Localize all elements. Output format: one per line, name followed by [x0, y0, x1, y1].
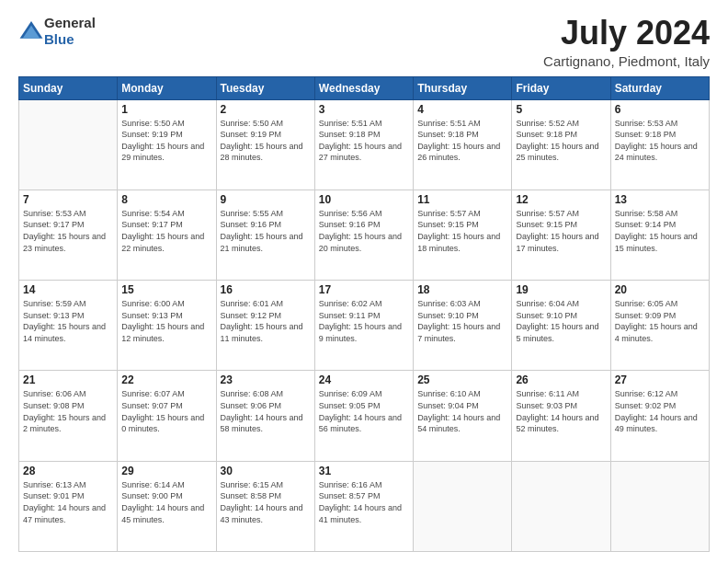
- day-number: 13: [615, 193, 705, 206]
- day-info: Sunrise: 5:59 AMSunset: 9:13 PMDaylight:…: [23, 298, 113, 344]
- calendar-cell: 7Sunrise: 5:53 AMSunset: 9:17 PMDaylight…: [19, 190, 118, 280]
- calendar-cell: 12Sunrise: 5:57 AMSunset: 9:15 PMDayligh…: [512, 190, 610, 280]
- day-info: Sunrise: 6:08 AMSunset: 9:06 PMDaylight:…: [221, 388, 311, 434]
- calendar-cell: 4Sunrise: 5:51 AMSunset: 9:18 PMDaylight…: [414, 99, 512, 190]
- day-info: Sunrise: 5:53 AMSunset: 9:17 PMDaylight:…: [23, 208, 113, 254]
- calendar-cell: 29Sunrise: 6:14 AMSunset: 9:00 PMDayligh…: [118, 461, 216, 551]
- day-number: 25: [417, 373, 507, 386]
- calendar-cell: 27Sunrise: 6:12 AMSunset: 9:02 PMDayligh…: [610, 371, 709, 461]
- day-number: 30: [221, 465, 311, 477]
- calendar-cell: 23Sunrise: 6:08 AMSunset: 9:06 PMDayligh…: [216, 371, 314, 461]
- page: General Blue July 2024 Cartignano, Piedm…: [0, 0, 728, 563]
- calendar-cell: [414, 461, 512, 551]
- day-number: 31: [319, 465, 409, 477]
- day-number: 1: [121, 103, 211, 116]
- calendar-cell: 24Sunrise: 6:09 AMSunset: 9:05 PMDayligh…: [314, 371, 413, 461]
- day-info: Sunrise: 6:04 AMSunset: 9:10 PMDaylight:…: [516, 298, 606, 344]
- calendar-cell: 30Sunrise: 6:15 AMSunset: 8:58 PMDayligh…: [216, 461, 314, 551]
- day-info: Sunrise: 5:56 AMSunset: 9:16 PMDaylight:…: [319, 208, 409, 254]
- day-number: 7: [23, 193, 113, 206]
- day-info: Sunrise: 6:06 AMSunset: 9:08 PMDaylight:…: [23, 388, 113, 434]
- day-info: Sunrise: 6:11 AMSunset: 9:03 PMDaylight:…: [516, 388, 606, 434]
- day-number: 28: [23, 465, 113, 477]
- calendar-cell: 2Sunrise: 5:50 AMSunset: 9:19 PMDaylight…: [216, 99, 314, 190]
- weekday-header-wednesday: Wednesday: [314, 76, 413, 99]
- calendar-cell: 21Sunrise: 6:06 AMSunset: 9:08 PMDayligh…: [19, 371, 118, 461]
- day-number: 11: [417, 193, 507, 206]
- calendar-cell: 20Sunrise: 6:05 AMSunset: 9:09 PMDayligh…: [610, 281, 709, 371]
- calendar-cell: 15Sunrise: 6:00 AMSunset: 9:13 PMDayligh…: [118, 281, 216, 371]
- location-title: Cartignano, Piedmont, Italy: [543, 53, 710, 69]
- calendar-week-4: 21Sunrise: 6:06 AMSunset: 9:08 PMDayligh…: [19, 371, 710, 461]
- weekday-header-sunday: Sunday: [19, 76, 118, 99]
- day-info: Sunrise: 5:54 AMSunset: 9:17 PMDaylight:…: [121, 208, 211, 254]
- calendar-cell: 16Sunrise: 6:01 AMSunset: 9:12 PMDayligh…: [216, 281, 314, 371]
- day-info: Sunrise: 5:50 AMSunset: 9:19 PMDaylight:…: [121, 118, 211, 164]
- day-info: Sunrise: 5:51 AMSunset: 9:18 PMDaylight:…: [417, 118, 507, 164]
- calendar-cell: 9Sunrise: 5:55 AMSunset: 9:16 PMDaylight…: [216, 190, 314, 280]
- day-number: 27: [615, 373, 705, 386]
- logo-blue: Blue: [44, 31, 74, 47]
- day-info: Sunrise: 6:03 AMSunset: 9:10 PMDaylight:…: [417, 298, 507, 344]
- day-number: 10: [319, 193, 409, 206]
- calendar-cell: 6Sunrise: 5:53 AMSunset: 9:18 PMDaylight…: [610, 99, 709, 190]
- calendar-cell: 19Sunrise: 6:04 AMSunset: 9:10 PMDayligh…: [512, 281, 610, 371]
- logo: General Blue: [18, 15, 96, 48]
- day-info: Sunrise: 5:55 AMSunset: 9:16 PMDaylight:…: [221, 208, 311, 254]
- calendar-week-2: 7Sunrise: 5:53 AMSunset: 9:17 PMDaylight…: [19, 190, 710, 280]
- calendar-week-1: 1Sunrise: 5:50 AMSunset: 9:19 PMDaylight…: [19, 99, 710, 190]
- weekday-header-saturday: Saturday: [610, 76, 709, 99]
- day-info: Sunrise: 6:01 AMSunset: 9:12 PMDaylight:…: [221, 298, 311, 344]
- day-number: 24: [319, 373, 409, 386]
- day-number: 15: [121, 283, 211, 296]
- calendar-cell: 25Sunrise: 6:10 AMSunset: 9:04 PMDayligh…: [414, 371, 512, 461]
- day-number: 17: [319, 283, 409, 296]
- day-number: 9: [221, 193, 311, 206]
- day-number: 2: [221, 103, 311, 116]
- day-number: 22: [121, 373, 211, 386]
- calendar-table: SundayMondayTuesdayWednesdayThursdayFrid…: [18, 76, 710, 552]
- day-info: Sunrise: 6:09 AMSunset: 9:05 PMDaylight:…: [319, 388, 409, 434]
- calendar-week-3: 14Sunrise: 5:59 AMSunset: 9:13 PMDayligh…: [19, 281, 710, 371]
- day-info: Sunrise: 6:10 AMSunset: 9:04 PMDaylight:…: [417, 388, 507, 434]
- day-info: Sunrise: 5:51 AMSunset: 9:18 PMDaylight:…: [319, 118, 409, 164]
- day-number: 16: [221, 283, 311, 296]
- day-info: Sunrise: 6:15 AMSunset: 8:58 PMDaylight:…: [221, 479, 311, 525]
- day-info: Sunrise: 6:05 AMSunset: 9:09 PMDaylight:…: [615, 298, 705, 344]
- day-number: 19: [516, 283, 606, 296]
- logo-general: General: [44, 15, 96, 30]
- day-info: Sunrise: 6:14 AMSunset: 9:00 PMDaylight:…: [121, 479, 211, 525]
- day-info: Sunrise: 6:07 AMSunset: 9:07 PMDaylight:…: [121, 388, 211, 434]
- day-info: Sunrise: 5:50 AMSunset: 9:19 PMDaylight:…: [221, 118, 311, 164]
- day-number: 5: [516, 103, 606, 116]
- day-number: 23: [221, 373, 311, 386]
- calendar-cell: 17Sunrise: 6:02 AMSunset: 9:11 PMDayligh…: [314, 281, 413, 371]
- day-number: 18: [417, 283, 507, 296]
- calendar-cell: 26Sunrise: 6:11 AMSunset: 9:03 PMDayligh…: [512, 371, 610, 461]
- calendar-cell: [19, 99, 118, 190]
- day-info: Sunrise: 5:53 AMSunset: 9:18 PMDaylight:…: [615, 118, 705, 164]
- day-info: Sunrise: 5:52 AMSunset: 9:18 PMDaylight:…: [516, 118, 606, 164]
- day-info: Sunrise: 6:02 AMSunset: 9:11 PMDaylight:…: [319, 298, 409, 344]
- day-info: Sunrise: 5:58 AMSunset: 9:14 PMDaylight:…: [615, 208, 705, 254]
- calendar-cell: 13Sunrise: 5:58 AMSunset: 9:14 PMDayligh…: [610, 190, 709, 280]
- day-number: 6: [615, 103, 705, 116]
- day-info: Sunrise: 5:57 AMSunset: 9:15 PMDaylight:…: [417, 208, 507, 254]
- weekday-header-monday: Monday: [118, 76, 216, 99]
- calendar-cell: 28Sunrise: 6:13 AMSunset: 9:01 PMDayligh…: [19, 461, 118, 551]
- calendar-cell: 8Sunrise: 5:54 AMSunset: 9:17 PMDaylight…: [118, 190, 216, 280]
- title-block: July 2024 Cartignano, Piedmont, Italy: [543, 15, 710, 69]
- day-number: 4: [417, 103, 507, 116]
- calendar-cell: [512, 461, 610, 551]
- day-number: 21: [23, 373, 113, 386]
- calendar-cell: 18Sunrise: 6:03 AMSunset: 9:10 PMDayligh…: [414, 281, 512, 371]
- calendar-cell: 1Sunrise: 5:50 AMSunset: 9:19 PMDaylight…: [118, 99, 216, 190]
- day-number: 12: [516, 193, 606, 206]
- day-info: Sunrise: 6:16 AMSunset: 8:57 PMDaylight:…: [319, 479, 409, 525]
- day-info: Sunrise: 5:57 AMSunset: 9:15 PMDaylight:…: [516, 208, 606, 254]
- header: General Blue July 2024 Cartignano, Piedm…: [18, 15, 710, 69]
- day-info: Sunrise: 6:00 AMSunset: 9:13 PMDaylight:…: [121, 298, 211, 344]
- day-number: 3: [319, 103, 409, 116]
- day-number: 26: [516, 373, 606, 386]
- calendar-week-5: 28Sunrise: 6:13 AMSunset: 9:01 PMDayligh…: [19, 461, 710, 551]
